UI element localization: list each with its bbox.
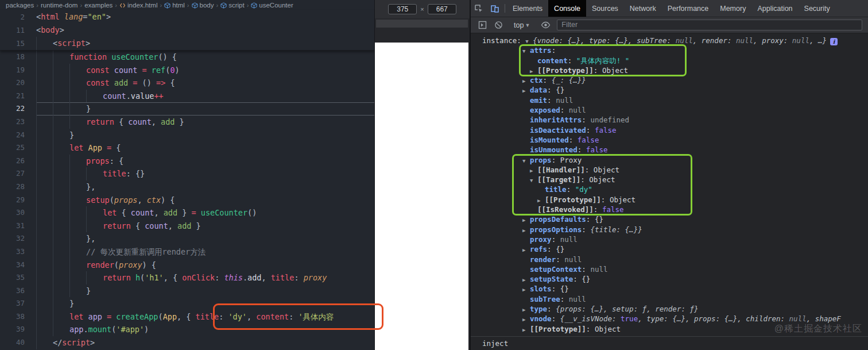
breadcrumb-item-script[interactable]: script xyxy=(228,2,244,9)
breadcrumb-item-html[interactable]: html xyxy=(172,2,185,9)
line-number[interactable]: 40 xyxy=(0,336,36,349)
code-line-27[interactable]: 27title: {} xyxy=(0,167,374,180)
code-line-28[interactable]: 28}, xyxy=(0,180,374,194)
console-row[interactable]: ▶slots: {} xyxy=(471,284,868,294)
line-number[interactable]: 36 xyxy=(0,284,36,298)
line-number[interactable]: 27 xyxy=(0,167,36,180)
console-row[interactable]: ▼props: Proxy xyxy=(471,155,868,165)
code-line-22[interactable]: 22} xyxy=(0,102,374,116)
console-sidebar-icon[interactable] xyxy=(474,21,490,29)
console-row[interactable]: ▶[[Handler]]: Object xyxy=(471,165,868,175)
console-row[interactable]: ▶propsDefaults: {} xyxy=(471,214,868,224)
console-row[interactable]: ▶ctx: {_: {…}} xyxy=(471,75,868,85)
code-line-15[interactable]: 15<script> xyxy=(0,37,374,50)
console-row[interactable]: ▶data: {} xyxy=(471,85,868,95)
line-number[interactable]: 25 xyxy=(0,141,36,155)
expand-arrow-icon[interactable]: ▶ xyxy=(530,67,537,76)
tab-performance[interactable]: Performance xyxy=(662,0,715,17)
code-line-35[interactable]: 35return h('h1', { onClick: this.add, ti… xyxy=(0,271,374,284)
line-number[interactable]: 35 xyxy=(0,271,36,284)
console-row[interactable]: ▶[[Prototype]]: Object xyxy=(471,66,868,75)
console-row[interactable]: ▼attrs: xyxy=(471,45,868,55)
device-height-input[interactable]: 667 xyxy=(428,4,456,14)
code-line-19[interactable]: 19const count = ref(0) xyxy=(0,64,374,77)
line-number[interactable]: 28 xyxy=(0,180,36,194)
line-number[interactable]: 20 xyxy=(0,76,36,90)
breadcrumb-item-examples[interactable]: examples xyxy=(84,2,113,9)
code-line-29[interactable]: 29setup(props, ctx) { xyxy=(0,194,374,207)
code-line-30[interactable]: 30let { count, add } = useCounter() xyxy=(0,206,374,220)
tab-elements[interactable]: Elements xyxy=(507,0,548,17)
line-number[interactable]: 31 xyxy=(0,220,36,233)
code-line-38[interactable]: 38let app = createApp(App, { title: 'dy'… xyxy=(0,310,374,324)
line-number[interactable]: 29 xyxy=(0,194,36,207)
console-row[interactable]: instance: ▼{vnode: {…}, type: {…}, subTr… xyxy=(471,36,868,45)
emulated-page-viewport[interactable] xyxy=(375,43,468,350)
line-number[interactable]: 26 xyxy=(0,155,36,168)
line-number[interactable]: 11 xyxy=(0,24,36,37)
console-filter-input[interactable]: Filter xyxy=(557,20,862,30)
expand-arrow-icon[interactable]: ▶ xyxy=(522,245,530,255)
tab-console[interactable]: Console xyxy=(548,0,586,17)
breadcrumb-item-packages[interactable]: packages xyxy=(6,2,34,9)
code-line-18[interactable]: 18function useCounter() { xyxy=(0,51,374,64)
code-line-2[interactable]: 2<html lang="en"> xyxy=(0,10,374,24)
clear-console-icon[interactable] xyxy=(490,21,506,29)
live-expression-eye-icon[interactable] xyxy=(537,20,553,30)
breadcrumb-item-index.html[interactable]: index.html xyxy=(127,2,157,9)
console-row[interactable]: ▶setupState: {} xyxy=(471,274,868,284)
device-width-input[interactable]: 375 xyxy=(388,4,417,14)
console-row[interactable]: ▶vnode: {__v_isVNode: true, type: {…}, p… xyxy=(471,314,868,324)
line-number[interactable]: 22 xyxy=(0,102,36,116)
console-prompt[interactable]: inject xyxy=(471,336,868,350)
code-line-39[interactable]: 39app.mount('#app') xyxy=(0,323,374,336)
code-line-36[interactable]: 36} xyxy=(0,284,374,298)
breadcrumb-item-useCounter[interactable]: useCounter xyxy=(259,2,293,9)
code-line-37[interactable]: 37} xyxy=(0,297,374,310)
code-line-11[interactable]: 11<body> xyxy=(0,24,374,37)
line-number[interactable]: 23 xyxy=(0,116,36,129)
line-number[interactable]: 37 xyxy=(0,297,36,310)
line-number[interactable]: 15 xyxy=(0,37,36,50)
inspect-element-icon[interactable] xyxy=(471,0,487,17)
line-number[interactable]: 21 xyxy=(0,90,36,103)
tab-sources[interactable]: Sources xyxy=(586,0,624,17)
expand-arrow-icon[interactable]: ▶ xyxy=(522,325,530,335)
code-line-33[interactable]: 33// 每次更新重新调用render方法 xyxy=(0,245,374,259)
line-number[interactable]: 33 xyxy=(0,245,36,259)
line-number[interactable]: 18 xyxy=(0,51,36,64)
collapse-arrow-icon[interactable]: ▼ xyxy=(522,47,530,56)
breadcrumb-item-body[interactable]: body xyxy=(200,2,214,9)
line-number[interactable]: 30 xyxy=(0,206,36,220)
execution-context-selector[interactable]: top xyxy=(514,21,524,29)
line-number[interactable]: 2 xyxy=(0,10,36,24)
code-line-25[interactable]: 25let App = { xyxy=(0,141,374,155)
tab-security[interactable]: Security xyxy=(799,0,836,17)
console-row[interactable]: ▶propsOptions: {title: {…}} xyxy=(471,225,868,234)
toggle-device-toolbar-icon[interactable] xyxy=(487,0,503,17)
console-row[interactable]: ▼[[Target]]: Object xyxy=(471,175,868,184)
line-number[interactable]: 24 xyxy=(0,129,36,142)
code-line-26[interactable]: 26props: { xyxy=(0,155,374,168)
line-number[interactable]: 34 xyxy=(0,259,36,272)
line-number[interactable]: 38 xyxy=(0,310,36,324)
tab-application[interactable]: Application xyxy=(751,0,798,17)
line-number[interactable]: 32 xyxy=(0,232,36,245)
code-line-34[interactable]: 34render(proxy) { xyxy=(0,259,374,272)
code-line-32[interactable]: 32}, xyxy=(0,232,374,245)
code-line-21[interactable]: 21count.value++ xyxy=(0,90,374,103)
code-line-20[interactable]: 20const add = () => { xyxy=(0,76,374,90)
console-row[interactable]: ▶[[Prototype]]: Object xyxy=(471,195,868,205)
console-row[interactable]: ▶refs: {} xyxy=(471,244,868,254)
code-line-40[interactable]: 40</script> xyxy=(0,336,374,349)
collapse-arrow-icon[interactable]: ▼ xyxy=(530,176,537,186)
code-line-23[interactable]: 23return { count, add } xyxy=(0,116,374,129)
line-number[interactable]: 19 xyxy=(0,64,36,77)
code-line-31[interactable]: 31return { count, add } xyxy=(0,220,374,233)
tab-network[interactable]: Network xyxy=(624,0,662,17)
line-number[interactable]: 39 xyxy=(0,323,36,336)
breadcrumb-item-runtime-dom[interactable]: runtime-dom xyxy=(41,2,78,9)
code-line-24[interactable]: 24} xyxy=(0,129,374,142)
console-row[interactable]: ▶type: {props: {…}, setup: ƒ, render: ƒ} xyxy=(471,304,868,314)
collapse-arrow-icon[interactable]: ▼ xyxy=(522,156,530,166)
